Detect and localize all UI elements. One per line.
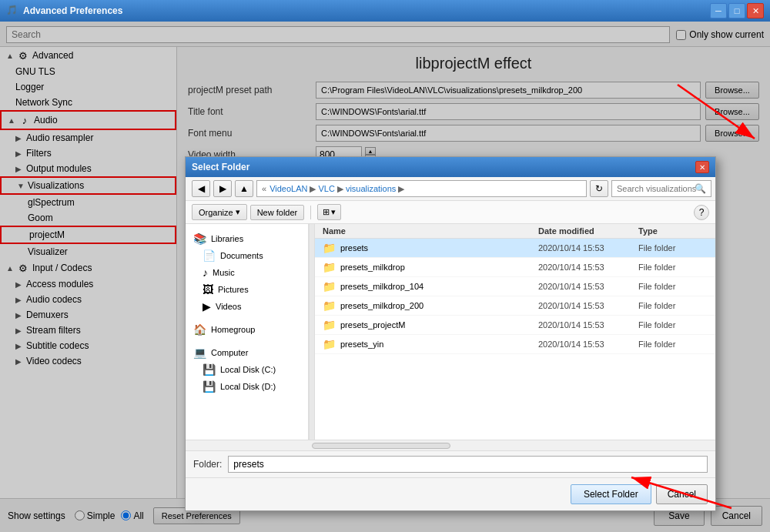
nav-item-documents[interactable]: 📄 Documents (189, 247, 305, 264)
nav-forward-button[interactable]: ▶ (213, 180, 232, 197)
column-name-header[interactable]: Name (323, 226, 538, 236)
dialog-folder-bar: Folder: (186, 450, 715, 477)
simple-radio-label[interactable]: Simple (75, 510, 116, 521)
column-type-header[interactable]: Type (638, 226, 708, 236)
tree-item-audio-codecs[interactable]: ▶ Audio codecs (0, 292, 176, 307)
organize-chevron-icon: ▾ (236, 207, 240, 217)
tree-label-glspectrum: glSpectrum (28, 197, 75, 208)
file-row-presets[interactable]: 📁 presets 2020/10/14 15:53 File folder (315, 239, 715, 258)
tree-item-video-codecs[interactable]: ▶ Video codecs (0, 353, 176, 369)
setting-input-preset-path[interactable] (316, 82, 701, 99)
nav-section-homegroup: 🏠 Homegroup (189, 321, 305, 338)
simple-radio[interactable] (75, 510, 85, 520)
scrollbar-thumb[interactable] (312, 443, 450, 449)
cancel-button[interactable]: Cancel (711, 506, 762, 526)
tree-label-video-codecs: Video codecs (26, 356, 82, 366)
setting-label-title-font: Title font (188, 106, 311, 117)
tree-item-advanced[interactable]: ▲ ⚙ Advanced (0, 47, 176, 64)
organize-button[interactable]: Organize ▾ (192, 204, 247, 220)
nav-item-local-disk-d[interactable]: 💾 Local Disk (D:) (189, 378, 305, 395)
search-input[interactable] (6, 26, 670, 43)
setting-input-title-font[interactable] (316, 103, 701, 120)
file-row-presets-projectm[interactable]: 📁 presets_projectM 2020/10/14 15:53 File… (315, 316, 715, 335)
setting-input-font-menu[interactable] (316, 125, 701, 142)
nav-item-homegroup[interactable]: 🏠 Homegroup (189, 321, 305, 338)
tree-item-input-codecs[interactable]: ▲ ⚙ Input / Codecs (0, 259, 176, 276)
file-row-presets-milkdrop[interactable]: 📁 presets_milkdrop 2020/10/14 15:53 File… (315, 258, 715, 277)
tree-item-filters[interactable]: ▶ Filters (0, 146, 176, 161)
folder-value-input[interactable] (228, 456, 708, 473)
view-chevron-icon: ▾ (331, 207, 336, 217)
file-type-presets-milkdrop-104: File folder (638, 282, 708, 291)
disk-d-icon: 💾 (203, 380, 216, 393)
maximize-button[interactable]: □ (728, 3, 745, 18)
tree-item-audio[interactable]: ▲ ♪ Audio (0, 110, 176, 130)
file-row-presets-yin[interactable]: 📁 presets_yin 2020/10/14 15:53 File fold… (315, 335, 715, 354)
tree-item-logger[interactable]: Logger (0, 79, 176, 95)
nav-item-videos[interactable]: ▶ Videos (189, 298, 305, 315)
homegroup-label: Homegroup (211, 325, 255, 334)
all-radio[interactable] (121, 510, 131, 520)
close-button[interactable]: ✕ (747, 3, 764, 18)
nav-section-libraries: 📚 Libraries 📄 Documents ♪ Music 🖼 (189, 230, 305, 315)
tree-item-glspectrum[interactable]: glSpectrum (0, 195, 176, 210)
minimize-button[interactable]: ─ (710, 3, 727, 18)
tree-item-output-modules[interactable]: ▶ Output modules (0, 161, 176, 176)
tree-item-subtitle-codecs[interactable]: ▶ Subtitle codecs (0, 338, 176, 353)
tree-item-goom[interactable]: Goom (0, 210, 176, 226)
organize-label: Organize (199, 208, 233, 217)
tree-item-gnu-tls[interactable]: GNU TLS (0, 64, 176, 79)
advanced-icon: ⚙ (17, 49, 29, 62)
tree-item-audio-resampler[interactable]: ▶ Audio resampler (0, 130, 176, 146)
help-button[interactable]: ? (694, 205, 709, 220)
tree-item-network-sync[interactable]: Network Sync (0, 95, 176, 110)
file-row-presets-milkdrop-200[interactable]: 📁 presets_milkdrop_200 2020/10/14 15:53 … (315, 296, 715, 316)
only-show-current-checkbox[interactable] (676, 30, 686, 40)
browse-font-menu-button[interactable]: Browse... (705, 125, 759, 142)
window-title: Advanced Preferences (23, 5, 710, 16)
nav-refresh-button[interactable]: ↻ (590, 180, 608, 197)
disk-c-icon: 💾 (203, 363, 216, 376)
tree-label-filters: Filters (26, 148, 52, 159)
tree-item-projectm[interactable]: projectM (0, 226, 176, 244)
tree-item-visualizations[interactable]: ▼ Visualizations (0, 176, 176, 195)
browse-title-font-button[interactable]: Browse... (705, 103, 759, 120)
column-date-header[interactable]: Date modified (538, 226, 638, 236)
browse-preset-path-button[interactable]: Browse... (705, 82, 759, 99)
audio-icon: ♪ (18, 114, 31, 126)
nav-item-pictures[interactable]: 🖼 Pictures (189, 281, 305, 298)
nav-section-computer: 💻 Computer 💾 Local Disk (C:) 💾 Local Dis… (189, 344, 305, 395)
only-show-current-option: Only show current (675, 29, 764, 40)
toolbar-divider (310, 206, 311, 219)
nav-breadcrumb[interactable]: « VideoLAN ▶ VLC ▶ visualizations ▶ (256, 180, 587, 197)
nav-up-button[interactable]: ▲ (235, 180, 253, 197)
file-date-presets-milkdrop: 2020/10/14 15:53 (538, 263, 638, 272)
nav-back-button[interactable]: ◀ (192, 180, 210, 197)
tree-item-stream-filters[interactable]: ▶ Stream filters (0, 323, 176, 338)
expand-access-icon: ▶ (15, 280, 23, 289)
horizontal-scrollbar[interactable] (186, 440, 715, 450)
dialog-resize-handle[interactable] (309, 224, 315, 440)
all-radio-text: All (133, 510, 143, 521)
new-folder-button[interactable]: New folder (250, 205, 305, 220)
nav-item-local-disk-c[interactable]: 💾 Local Disk (C:) (189, 361, 305, 378)
nav-item-libraries[interactable]: 📚 Libraries (189, 230, 305, 247)
nav-item-computer[interactable]: 💻 Computer (189, 344, 305, 361)
nav-item-music[interactable]: ♪ Music (189, 264, 305, 281)
file-row-presets-milkdrop-104[interactable]: 📁 presets_milkdrop_104 2020/10/14 15:53 … (315, 277, 715, 296)
dialog-nav-bar: ◀ ▶ ▲ « VideoLAN ▶ VLC ▶ visualizations … (186, 177, 715, 201)
dialog-cancel-button[interactable]: Cancel (656, 484, 708, 504)
breadcrumb-arrow3: ▶ (398, 184, 404, 194)
tree-item-access-modules[interactable]: ▶ Access modules (0, 276, 176, 292)
all-radio-label[interactable]: All (121, 510, 143, 521)
tree-label-audio: Audio (34, 115, 58, 125)
folder-icon-presets-yin: 📁 (323, 338, 336, 350)
view-button[interactable]: ⊞ ▾ (317, 204, 341, 220)
tree-item-demuxers[interactable]: ▶ Demuxers (0, 307, 176, 323)
video-width-up-button[interactable]: ▲ (365, 147, 376, 155)
show-settings-radio-group: Simple All (75, 510, 144, 521)
setting-label-preset-path: projectM preset path (188, 85, 311, 95)
tree-item-visualizer[interactable]: Visualizer (0, 244, 176, 259)
dialog-close-button[interactable]: ✕ (695, 161, 709, 173)
select-folder-button[interactable]: Select Folder (571, 484, 651, 504)
